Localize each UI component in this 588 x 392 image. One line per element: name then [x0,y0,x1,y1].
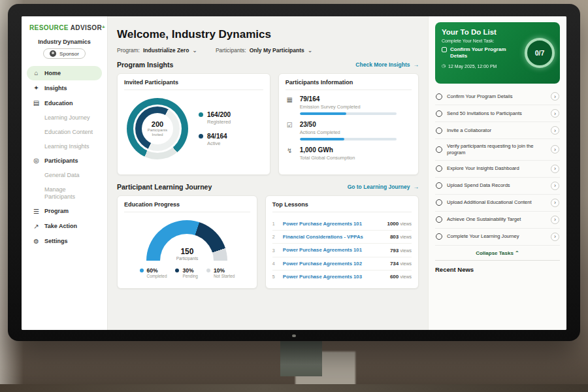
participants-label: Participants: [216,47,246,54]
active-label: Active [207,140,227,146]
sidebar-item-settings[interactable]: ⚙ Settings [27,235,102,249]
chevron-right-icon[interactable]: › [551,109,559,118]
app-logo: RESOURCE ADVISOR+ [27,23,102,37]
sidebar-item-label: Settings [44,238,68,245]
task-label: Confirm Your Program Details [447,93,546,100]
task-label: Explore Your Insights Dashboard [447,165,546,172]
checkbox-icon[interactable] [436,233,442,240]
learning-journey-header: Participant Learning Journey Go to Learn… [117,183,419,191]
chevron-right-icon[interactable]: › [551,216,559,224]
sidebar-item-education-content[interactable]: Education Content [27,125,102,139]
chevron-right-icon[interactable]: › [551,182,559,190]
todo-due: ◷ 12 May 2025, 12:00 PM [442,63,521,69]
monitor-stand [280,337,322,376]
checkbox-icon[interactable] [436,146,442,153]
lesson-title-link[interactable]: Financial Considerations - VPPAs [283,234,385,240]
sidebar-item-participants[interactable]: ◎ Participants [27,154,102,168]
task-label: Achieve One Sustainability Target [447,216,546,223]
chevron-right-icon[interactable]: › [551,92,559,101]
task-row-achieve-target[interactable]: Achieve One Sustainability Target › [435,212,560,229]
lesson-row[interactable]: 1 Power Purchase Agreements 101 1000 vie… [272,218,412,231]
todo-next-task[interactable]: Confirm Your Program Details [442,46,521,59]
checkbox-icon[interactable] [436,93,442,100]
card-title: Participants Information [286,79,412,90]
arrow-right-icon: → [414,61,419,68]
sidebar-item-learning-journey[interactable]: Learning Journey [27,111,102,125]
not-started-pct: 10% [214,267,235,274]
lesson-row[interactable]: 2 Financial Considerations - VPPAs 803 v… [272,231,412,244]
lesson-rank: 1 [272,221,278,226]
lesson-row[interactable]: 4 Power Purchase Agreements 102 734 view… [272,257,412,270]
lesson-row[interactable]: 5 Power Purchase Agreements 103 600 view… [272,270,412,283]
people-icon: ◎ [33,157,40,165]
lesson-title-link[interactable]: Power Purchase Agreements 101 [283,247,385,253]
go-to-learning-journey-link[interactable]: Go to Learning Journey → [348,184,419,190]
sponsor-icon [50,50,56,57]
stat-value: 23/50 [300,121,397,128]
lesson-row[interactable]: 3 Power Purchase Agreements 101 793 view… [272,244,412,257]
logo-plus: + [102,24,105,30]
stat-value: 1,000 GWh [300,146,355,154]
checkbox-icon[interactable] [436,199,442,206]
donut-legend: 164/200 Registered 84/164 Active [199,111,231,146]
participants-information-card: Participants Information ▦ 79/164 Emissi… [278,73,419,175]
emission-progress-bar [300,112,397,115]
task-row-upload-educational-content[interactable]: Upload Additional Educational Content › [435,195,560,212]
task-row-verify-participants[interactable]: Verify participants requesting to join t… [435,139,560,161]
lesson-title-link[interactable]: Power Purchase Agreements 103 [283,274,385,280]
active-value: 84/164 [207,133,227,140]
chevron-right-icon[interactable]: › [551,233,559,241]
task-row-complete-learning-journey[interactable]: Complete Your Learning Journey › [435,229,560,246]
next-task-label: Confirm Your Program Details [450,46,521,59]
sidebar-item-program[interactable]: ☰ Program [27,204,102,219]
sidebar-item-learning-insights[interactable]: Learning Insights [27,140,102,154]
power-led [292,335,296,337]
gauge-center: 150 Participants [146,247,227,261]
checkbox-icon[interactable] [436,216,442,223]
task-row-send-invitations[interactable]: Send 50 Invitations to Participants › [435,105,560,122]
sidebar-item-home[interactable]: ⌂ Home [27,66,102,80]
chevron-right-icon[interactable]: › [551,165,559,173]
sidebar-item-label: Education [44,100,73,107]
checkbox-icon[interactable] [436,182,442,189]
task-row-confirm-program[interactable]: Confirm Your Program Details › [435,88,560,105]
sidebar-item-take-action[interactable]: ↗ Take Action [27,220,102,234]
checkbox-icon[interactable] [442,47,447,52]
chevron-right-icon[interactable]: › [551,199,559,207]
lesson-rank: 2 [272,235,278,239]
participants-select[interactable]: Participants: Only My Participants ⌄ [216,47,312,54]
checkbox-icon[interactable] [436,165,442,172]
task-row-invite-collaborator[interactable]: Invite a Collaborator › [435,122,560,139]
invited-participants-card: Invited Participants 200 Participants In… [117,73,270,175]
sidebar-nav: ⌂ Home ✦ Insights ▤ Education Learning J… [27,66,102,249]
clock-icon: ◷ [442,63,446,69]
task-row-upload-spend-data[interactable]: Upload Spend Data Records › [435,178,560,195]
survey-icon: ▦ [286,96,294,115]
sponsor-badge[interactable]: Sponsor [43,48,86,59]
lesson-title-link[interactable]: Power Purchase Agreements 101 [283,221,382,227]
lesson-views: 1000 [387,221,399,227]
checkbox-icon[interactable] [436,110,442,117]
sidebar-item-label: Manage Participants [44,186,96,201]
checklist-icon: ☑ [286,122,294,140]
gear-icon: ⚙ [33,238,40,246]
program-insights-header: Program Insights Check More Insights → [117,61,419,69]
sidebar-item-general-data[interactable]: General Data [27,169,102,182]
lesson-views: 600 [390,274,399,280]
program-select[interactable]: Program: Industrialize Zero ⌄ [117,47,197,54]
task-row-explore-insights[interactable]: Explore Your Insights Dashboard › [435,161,560,178]
checkbox-icon[interactable] [436,127,442,134]
home-icon: ⌂ [33,69,40,77]
lesson-title-link[interactable]: Power Purchase Agreements 102 [283,261,385,267]
check-more-insights-link[interactable]: Check More Insights → [355,61,419,68]
sidebar-item-manage-participants[interactable]: Manage Participants [27,183,102,204]
sidebar-item-education[interactable]: ▤ Education [27,96,102,110]
sidebar-item-insights[interactable]: ✦ Insights [27,81,102,95]
completed-pct: 60% [147,267,167,274]
stat-progress-fill [300,112,346,115]
legend-item-registered: 164/200 Registered [199,111,231,125]
chevron-right-icon[interactable]: › [551,145,559,154]
book-icon: ▤ [33,99,40,107]
chevron-right-icon[interactable]: › [551,126,559,135]
collapse-tasks-link[interactable]: Collapse Tasks ⌃ [435,250,560,256]
